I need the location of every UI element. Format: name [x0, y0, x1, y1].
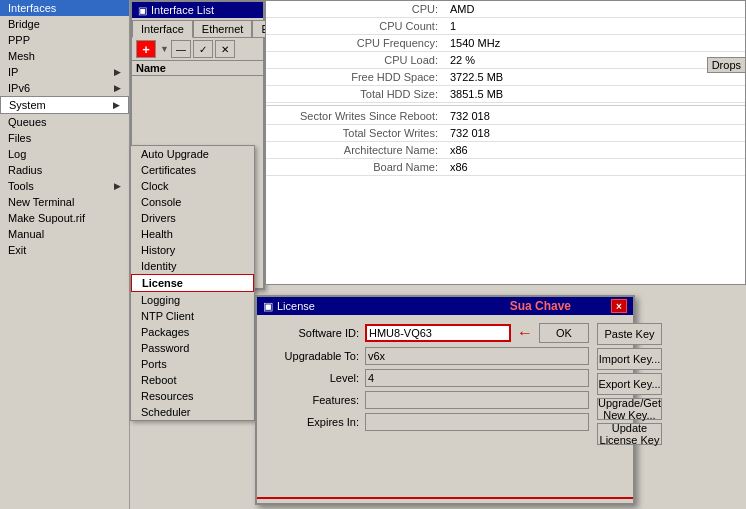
info-row: CPU Frequency: 1540 MHz: [266, 35, 745, 52]
chevron-right-icon: ▶: [114, 83, 121, 93]
import-key-button[interactable]: Import Key...: [597, 348, 662, 370]
interface-tabs: Interface Ethernet Eo: [132, 18, 263, 38]
ok-button[interactable]: OK: [539, 323, 589, 343]
features-row: Features:: [265, 391, 589, 409]
info-row: CPU Load: 22 %: [266, 52, 745, 69]
submenu-packages[interactable]: Packages: [131, 324, 254, 340]
dialog-close-button[interactable]: ×: [611, 299, 627, 313]
toolbar-arrow-icon: ▼: [160, 44, 169, 54]
software-id-row: Software ID: ← OK: [265, 323, 589, 343]
info-label: Sector Writes Since Reboot:: [266, 108, 446, 124]
info-table: CPU: AMD CPU Count: 1 CPU Frequency: 154…: [266, 1, 745, 176]
submenu-logging[interactable]: Logging: [131, 292, 254, 308]
window-icon: ▣: [138, 5, 147, 16]
submenu-certificates[interactable]: Certificates: [131, 162, 254, 178]
tab-interface[interactable]: Interface: [132, 20, 193, 38]
sidebar-item-files[interactable]: Files: [0, 130, 129, 146]
submenu-auto-upgrade[interactable]: Auto Upgrade: [131, 146, 254, 162]
upgrade-get-new-key-button[interactable]: Upgrade/Get New Key...: [597, 398, 662, 420]
submenu-history[interactable]: History: [131, 242, 254, 258]
info-value: 1: [446, 18, 745, 34]
add-button[interactable]: +: [136, 40, 156, 58]
submenu-console[interactable]: Console: [131, 194, 254, 210]
info-label: CPU:: [266, 1, 446, 17]
level-input: [365, 369, 589, 387]
info-value: 3851.5 MB: [446, 86, 745, 102]
info-label: CPU Frequency:: [266, 35, 446, 51]
info-value: 3722.5 MB: [446, 69, 745, 85]
dialog-window-icon: ▣: [263, 300, 273, 313]
submenu-clock[interactable]: Clock: [131, 178, 254, 194]
resource-info-panel: CPU: AMD CPU Count: 1 CPU Frequency: 154…: [265, 0, 746, 285]
interface-list-titlebar: ▣ Interface List: [132, 2, 263, 18]
license-dialog: ▣ License Sua Chave × Software ID: ← OK …: [255, 295, 635, 505]
submenu-password[interactable]: Password: [131, 340, 254, 356]
submenu-resources[interactable]: Resources: [131, 388, 254, 404]
info-row: CPU Count: 1: [266, 18, 745, 35]
chevron-right-icon: ▶: [114, 181, 121, 191]
sidebar-item-ipv6[interactable]: IPv6 ▶: [0, 80, 129, 96]
level-label: Level:: [265, 372, 365, 384]
upgradable-label: Upgradable To:: [265, 350, 365, 362]
drops-label: Drops: [707, 57, 746, 73]
info-row: Total HDD Size: 3851.5 MB: [266, 86, 745, 103]
sidebar-item-system[interactable]: System ▶: [0, 96, 129, 114]
info-row: Free HDD Space: 3722.5 MB: [266, 69, 745, 86]
sidebar-item-mesh[interactable]: Mesh: [0, 48, 129, 64]
sidebar-item-interfaces[interactable]: Interfaces: [0, 0, 129, 16]
submenu-ports[interactable]: Ports: [131, 356, 254, 372]
info-row: Sector Writes Since Reboot: 732 018: [266, 108, 745, 125]
dialog-buttons: Paste Key Import Key... Export Key... Up…: [597, 323, 662, 445]
expires-label: Expires In:: [265, 416, 365, 428]
sidebar-item-new-terminal[interactable]: New Terminal: [0, 194, 129, 210]
tab-ethernet[interactable]: Ethernet: [193, 20, 253, 37]
sidebar-item-ip[interactable]: IP ▶: [0, 64, 129, 80]
level-row: Level:: [265, 369, 589, 387]
submenu-identity[interactable]: Identity: [131, 258, 254, 274]
info-value: x86: [446, 159, 745, 175]
features-input: [365, 391, 589, 409]
sidebar-item-tools[interactable]: Tools ▶: [0, 178, 129, 194]
features-label: Features:: [265, 394, 365, 406]
info-value: AMD: [446, 1, 745, 17]
info-value: 1540 MHz: [446, 35, 745, 51]
remove-button[interactable]: —: [171, 40, 191, 58]
info-row: CPU: AMD: [266, 1, 745, 18]
paste-key-button[interactable]: Paste Key: [597, 323, 662, 345]
sidebar-item-ppp[interactable]: PPP: [0, 32, 129, 48]
sidebar-item-bridge[interactable]: Bridge: [0, 16, 129, 32]
sidebar-item-log[interactable]: Log: [0, 146, 129, 162]
sidebar-item-manual[interactable]: Manual: [0, 226, 129, 242]
info-label: Board Name:: [266, 159, 446, 175]
submenu-license[interactable]: License: [131, 274, 254, 292]
submenu-reboot[interactable]: Reboot: [131, 372, 254, 388]
info-value: 22 %: [446, 52, 745, 68]
submenu-health[interactable]: Health: [131, 226, 254, 242]
software-id-label: Software ID:: [265, 327, 365, 339]
software-id-input[interactable]: [365, 324, 511, 342]
submenu-drivers[interactable]: Drivers: [131, 210, 254, 226]
interface-table-header: Name: [132, 61, 263, 76]
submenu-scheduler[interactable]: Scheduler: [131, 404, 254, 420]
info-value: 732 018: [446, 108, 745, 124]
info-value: x86: [446, 142, 745, 158]
dialog-bottom-border: [257, 497, 633, 503]
sidebar-item-exit[interactable]: Exit: [0, 242, 129, 258]
export-key-button[interactable]: Export Key...: [597, 373, 662, 395]
sidebar-item-make-supout[interactable]: Make Supout.rif: [0, 210, 129, 226]
submenu-ntp-client[interactable]: NTP Client: [131, 308, 254, 324]
close-button[interactable]: ✕: [215, 40, 235, 58]
upgradable-row: Upgradable To:: [265, 347, 589, 365]
info-label: Free HDD Space:: [266, 69, 446, 85]
info-row: Total Sector Writes: 732 018: [266, 125, 745, 142]
info-label: Architecture Name:: [266, 142, 446, 158]
sidebar: Interfaces Bridge PPP Mesh IP ▶ IPv6 ▶ S…: [0, 0, 130, 509]
info-label: Total HDD Size:: [266, 86, 446, 102]
info-label: Total Sector Writes:: [266, 125, 446, 141]
sidebar-item-radius[interactable]: Radius: [0, 162, 129, 178]
dialog-title: License: [277, 300, 315, 312]
chevron-right-icon: ▶: [114, 67, 121, 77]
sidebar-item-queues[interactable]: Queues: [0, 114, 129, 130]
edit-button[interactable]: ✓: [193, 40, 213, 58]
update-license-key-button[interactable]: Update License Key: [597, 423, 662, 445]
